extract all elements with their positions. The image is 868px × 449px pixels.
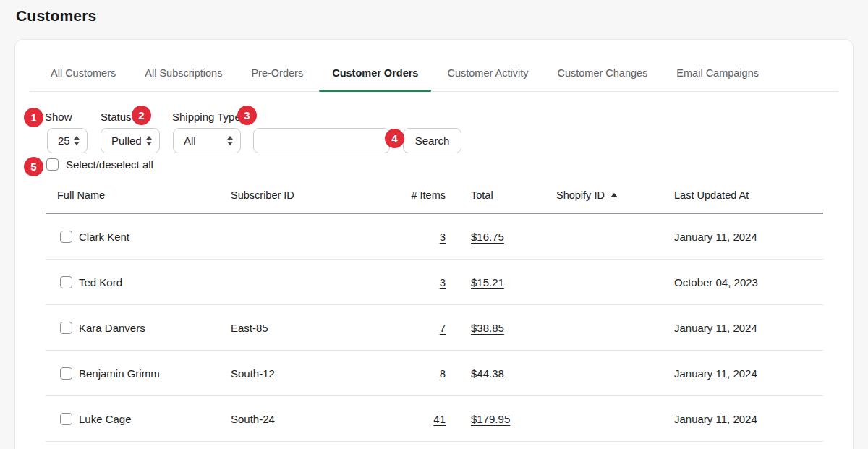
customer-orders-table: Full Name Subscriber ID # Items Total Sh… [46,178,823,442]
search-button[interactable]: Search [403,128,461,153]
table-row: Benjamin Grimm South-12 8 $44.38 January… [46,351,823,396]
tab-pre-orders[interactable]: Pre-Orders [238,57,316,91]
items-link[interactable]: 8 [440,367,446,380]
row-checkbox[interactable] [60,276,72,288]
table-row: Kara Danvers East-85 7 $38.85 January 11… [46,305,823,351]
tab-all-subscriptions[interactable]: All Subscriptions [132,57,235,91]
annotation-badge-4: 4 [385,129,404,148]
shipping-type-label: Shipping Type [172,111,241,123]
show-select-value: 25 [58,134,70,147]
select-arrows-icon [146,136,152,145]
customers-card: All Customers All Subscriptions Pre-Orde… [14,39,854,449]
row-checkbox[interactable] [60,367,72,380]
column-header-full-name: Full Name [46,189,231,201]
last-updated-at: January 11, 2024 [674,413,823,425]
total-link[interactable]: $38.85 [471,322,504,334]
tab-bar: All Customers All Subscriptions Pre-Orde… [30,57,838,92]
table-row: Ted Kord 3 $15.21 October 04, 2023 [46,260,823,305]
items-link[interactable]: 3 [440,276,446,288]
items-link[interactable]: 41 [433,413,446,425]
show-label: Show [45,111,72,123]
last-updated-at: January 11, 2024 [674,367,823,380]
row-checkbox[interactable] [60,231,72,243]
full-name: Clark Kent [79,231,129,243]
sort-ascending-icon [610,193,618,197]
full-name: Ted Kord [79,276,122,288]
shipping-type-select[interactable]: All [173,128,241,153]
tab-customer-changes[interactable]: Customer Changes [544,57,660,91]
subscriber-id: East-85 [231,322,407,334]
annotation-badge-5: 5 [24,157,43,176]
annotation-badge-3: 3 [237,106,257,125]
total-link[interactable]: $44.38 [471,367,504,380]
table-header-row: Full Name Subscriber ID # Items Total Sh… [46,178,823,214]
last-updated-at: January 11, 2024 [674,231,823,243]
status-select-value: Pulled [111,134,142,147]
full-name: Luke Cage [79,413,132,425]
items-link[interactable]: 3 [440,231,446,243]
last-updated-at: October 04, 2023 [674,276,823,288]
full-name: Benjamin Grimm [79,367,160,380]
tab-all-customers[interactable]: All Customers [38,57,129,91]
tab-customer-orders[interactable]: Customer Orders [319,57,431,91]
items-link[interactable]: 7 [440,322,446,334]
row-checkbox[interactable] [60,322,72,334]
page-title: Customers [16,7,97,25]
full-name: Kara Danvers [79,322,145,334]
shipping-type-select-value: All [184,134,196,147]
total-link[interactable]: $179.95 [471,413,510,425]
select-all-row: Select/deselect all [46,158,153,171]
subscriber-id: South-12 [231,367,407,380]
search-input[interactable] [253,128,390,153]
status-label: Status [101,111,132,123]
annotation-badge-2: 2 [132,106,151,125]
select-all-checkbox[interactable] [46,158,59,171]
total-link[interactable]: $16.75 [471,231,504,243]
column-header-items: # Items [407,189,446,201]
show-select[interactable]: 25 [47,128,88,153]
tab-email-campaigns[interactable]: Email Campaigns [663,57,772,91]
select-arrows-icon [74,136,80,145]
subscriber-id: South-24 [231,413,407,425]
column-header-total: Total [446,189,556,201]
tab-customer-activity[interactable]: Customer Activity [434,57,541,91]
table-row: Luke Cage South-24 41 $179.95 January 11… [46,396,823,442]
table-row: Clark Kent 3 $16.75 January 11, 2024 [46,214,823,260]
annotation-badge-1: 1 [24,108,43,127]
column-header-subscriber-id: Subscriber ID [231,189,407,201]
status-select[interactable]: Pulled [101,128,160,153]
row-checkbox[interactable] [60,413,72,425]
total-link[interactable]: $15.21 [471,276,504,288]
column-header-last-updated-at: Last Updated At [674,189,823,201]
select-arrows-icon [227,136,233,145]
select-all-label: Select/deselect all [66,158,153,171]
column-header-shopify-id[interactable]: Shopify ID [556,189,618,201]
last-updated-at: January 11, 2024 [674,322,823,334]
